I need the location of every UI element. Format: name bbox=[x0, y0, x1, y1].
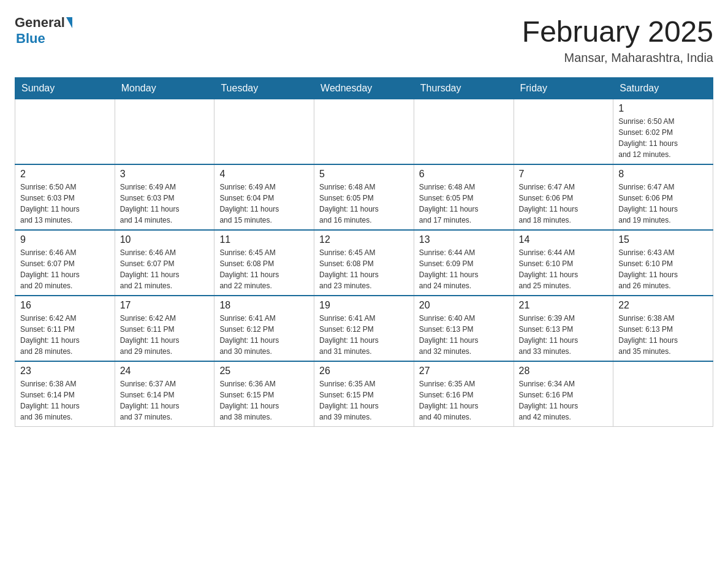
day-info: Sunrise: 6:43 AMSunset: 6:10 PMDaylight:… bbox=[618, 247, 708, 291]
calendar-week-row: 16Sunrise: 6:42 AMSunset: 6:11 PMDayligh… bbox=[15, 296, 713, 361]
calendar-cell bbox=[15, 99, 115, 165]
calendar-cell bbox=[214, 99, 314, 165]
calendar-cell: 19Sunrise: 6:41 AMSunset: 6:12 PMDayligh… bbox=[314, 296, 414, 361]
calendar-cell: 21Sunrise: 6:39 AMSunset: 6:13 PMDayligh… bbox=[514, 296, 613, 361]
day-number: 25 bbox=[219, 366, 309, 377]
calendar-week-row: 23Sunrise: 6:38 AMSunset: 6:14 PMDayligh… bbox=[15, 361, 713, 427]
day-info: Sunrise: 6:47 AMSunset: 6:06 PMDaylight:… bbox=[618, 182, 708, 226]
calendar-header-saturday: Saturday bbox=[613, 78, 713, 99]
calendar-cell: 20Sunrise: 6:40 AMSunset: 6:13 PMDayligh… bbox=[414, 296, 514, 361]
title-block: February 2025 Mansar, Maharashtra, India bbox=[522, 15, 713, 65]
day-info: Sunrise: 6:37 AMSunset: 6:14 PMDaylight:… bbox=[120, 378, 210, 423]
calendar-week-row: 1Sunrise: 6:50 AMSunset: 6:02 PMDaylight… bbox=[15, 99, 713, 165]
day-info: Sunrise: 6:44 AMSunset: 6:10 PMDaylight:… bbox=[519, 247, 609, 291]
calendar-week-row: 9Sunrise: 6:46 AMSunset: 6:07 PMDaylight… bbox=[15, 230, 713, 296]
day-number: 20 bbox=[419, 300, 509, 311]
day-info: Sunrise: 6:49 AMSunset: 6:03 PMDaylight:… bbox=[120, 182, 210, 226]
day-info: Sunrise: 6:41 AMSunset: 6:12 PMDaylight:… bbox=[319, 313, 409, 357]
day-number: 14 bbox=[519, 234, 609, 245]
calendar-cell: 14Sunrise: 6:44 AMSunset: 6:10 PMDayligh… bbox=[514, 230, 613, 296]
day-info: Sunrise: 6:50 AMSunset: 6:02 PMDaylight:… bbox=[618, 116, 708, 160]
day-number: 5 bbox=[319, 169, 409, 180]
calendar-week-row: 2Sunrise: 6:50 AMSunset: 6:03 PMDaylight… bbox=[15, 164, 713, 230]
day-info: Sunrise: 6:35 AMSunset: 6:15 PMDaylight:… bbox=[319, 378, 409, 423]
day-info: Sunrise: 6:34 AMSunset: 6:16 PMDaylight:… bbox=[519, 378, 609, 423]
day-number: 22 bbox=[618, 300, 708, 311]
day-info: Sunrise: 6:47 AMSunset: 6:06 PMDaylight:… bbox=[519, 182, 609, 226]
day-number: 16 bbox=[20, 300, 110, 311]
day-info: Sunrise: 6:46 AMSunset: 6:07 PMDaylight:… bbox=[120, 247, 210, 291]
calendar-cell: 6Sunrise: 6:48 AMSunset: 6:05 PMDaylight… bbox=[414, 164, 514, 230]
day-number: 18 bbox=[219, 300, 309, 311]
calendar-header-wednesday: Wednesday bbox=[314, 78, 414, 99]
calendar-cell: 16Sunrise: 6:42 AMSunset: 6:11 PMDayligh… bbox=[15, 296, 115, 361]
day-info: Sunrise: 6:48 AMSunset: 6:05 PMDaylight:… bbox=[319, 182, 409, 226]
calendar-cell: 17Sunrise: 6:42 AMSunset: 6:11 PMDayligh… bbox=[115, 296, 214, 361]
day-number: 11 bbox=[219, 234, 309, 245]
location-text: Mansar, Maharashtra, India bbox=[522, 51, 713, 65]
calendar-cell: 26Sunrise: 6:35 AMSunset: 6:15 PMDayligh… bbox=[314, 361, 414, 427]
calendar-cell bbox=[613, 361, 713, 427]
day-number: 3 bbox=[120, 169, 210, 180]
calendar-table: SundayMondayTuesdayWednesdayThursdayFrid… bbox=[15, 77, 713, 427]
calendar-cell bbox=[414, 99, 514, 165]
calendar-cell: 15Sunrise: 6:43 AMSunset: 6:10 PMDayligh… bbox=[613, 230, 713, 296]
calendar-cell: 8Sunrise: 6:47 AMSunset: 6:06 PMDaylight… bbox=[613, 164, 713, 230]
calendar-cell: 22Sunrise: 6:38 AMSunset: 6:13 PMDayligh… bbox=[613, 296, 713, 361]
day-number: 24 bbox=[120, 366, 210, 377]
calendar-cell: 10Sunrise: 6:46 AMSunset: 6:07 PMDayligh… bbox=[115, 230, 214, 296]
calendar-cell: 1Sunrise: 6:50 AMSunset: 6:02 PMDaylight… bbox=[613, 99, 713, 165]
day-info: Sunrise: 6:49 AMSunset: 6:04 PMDaylight:… bbox=[219, 182, 309, 226]
calendar-cell: 3Sunrise: 6:49 AMSunset: 6:03 PMDaylight… bbox=[115, 164, 214, 230]
day-number: 7 bbox=[519, 169, 609, 180]
calendar-cell: 23Sunrise: 6:38 AMSunset: 6:14 PMDayligh… bbox=[15, 361, 115, 427]
day-number: 9 bbox=[20, 234, 110, 245]
logo-blue-text: Blue bbox=[16, 31, 45, 46]
day-number: 21 bbox=[519, 300, 609, 311]
calendar-cell: 28Sunrise: 6:34 AMSunset: 6:16 PMDayligh… bbox=[514, 361, 613, 427]
day-number: 8 bbox=[618, 169, 708, 180]
day-info: Sunrise: 6:48 AMSunset: 6:05 PMDaylight:… bbox=[419, 182, 509, 226]
day-number: 23 bbox=[20, 366, 110, 377]
day-number: 12 bbox=[319, 234, 409, 245]
day-number: 13 bbox=[419, 234, 509, 245]
day-info: Sunrise: 6:41 AMSunset: 6:12 PMDaylight:… bbox=[219, 313, 309, 357]
day-number: 17 bbox=[120, 300, 210, 311]
day-number: 28 bbox=[519, 366, 609, 377]
calendar-cell: 2Sunrise: 6:50 AMSunset: 6:03 PMDaylight… bbox=[15, 164, 115, 230]
logo-general-text: General bbox=[15, 15, 65, 31]
calendar-cell: 11Sunrise: 6:45 AMSunset: 6:08 PMDayligh… bbox=[214, 230, 314, 296]
calendar-header-row: SundayMondayTuesdayWednesdayThursdayFrid… bbox=[15, 78, 713, 99]
calendar-cell: 25Sunrise: 6:36 AMSunset: 6:15 PMDayligh… bbox=[214, 361, 314, 427]
day-number: 27 bbox=[419, 366, 509, 377]
calendar-header-sunday: Sunday bbox=[15, 78, 115, 99]
calendar-header-thursday: Thursday bbox=[414, 78, 514, 99]
calendar-cell: 27Sunrise: 6:35 AMSunset: 6:16 PMDayligh… bbox=[414, 361, 514, 427]
day-info: Sunrise: 6:45 AMSunset: 6:08 PMDaylight:… bbox=[319, 247, 409, 291]
day-number: 26 bbox=[319, 366, 409, 377]
day-number: 15 bbox=[618, 234, 708, 245]
day-number: 4 bbox=[219, 169, 309, 180]
day-info: Sunrise: 6:39 AMSunset: 6:13 PMDaylight:… bbox=[519, 313, 609, 357]
calendar-cell: 4Sunrise: 6:49 AMSunset: 6:04 PMDaylight… bbox=[214, 164, 314, 230]
day-number: 2 bbox=[20, 169, 110, 180]
day-info: Sunrise: 6:46 AMSunset: 6:07 PMDaylight:… bbox=[20, 247, 110, 291]
calendar-header-monday: Monday bbox=[115, 78, 214, 99]
day-info: Sunrise: 6:42 AMSunset: 6:11 PMDaylight:… bbox=[20, 313, 110, 357]
page-header: General Blue February 2025 Mansar, Mahar… bbox=[15, 15, 713, 65]
calendar-cell: 13Sunrise: 6:44 AMSunset: 6:09 PMDayligh… bbox=[414, 230, 514, 296]
calendar-cell: 9Sunrise: 6:46 AMSunset: 6:07 PMDaylight… bbox=[15, 230, 115, 296]
calendar-header-tuesday: Tuesday bbox=[214, 78, 314, 99]
day-info: Sunrise: 6:42 AMSunset: 6:11 PMDaylight:… bbox=[120, 313, 210, 357]
day-info: Sunrise: 6:50 AMSunset: 6:03 PMDaylight:… bbox=[20, 182, 110, 226]
day-number: 19 bbox=[319, 300, 409, 311]
calendar-cell bbox=[514, 99, 613, 165]
calendar-cell: 7Sunrise: 6:47 AMSunset: 6:06 PMDaylight… bbox=[514, 164, 613, 230]
calendar-cell: 5Sunrise: 6:48 AMSunset: 6:05 PMDaylight… bbox=[314, 164, 414, 230]
day-info: Sunrise: 6:38 AMSunset: 6:13 PMDaylight:… bbox=[618, 313, 708, 357]
calendar-header-friday: Friday bbox=[514, 78, 613, 99]
calendar-cell bbox=[314, 99, 414, 165]
day-info: Sunrise: 6:44 AMSunset: 6:09 PMDaylight:… bbox=[419, 247, 509, 291]
calendar-cell: 24Sunrise: 6:37 AMSunset: 6:14 PMDayligh… bbox=[115, 361, 214, 427]
month-title: February 2025 bbox=[522, 15, 713, 48]
